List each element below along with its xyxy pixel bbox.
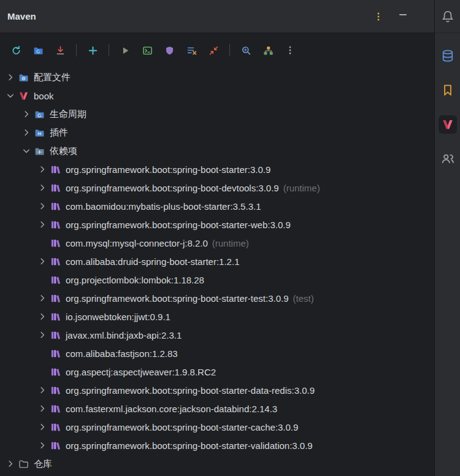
maven-panel: Maven [0,0,434,476]
chevron-down-icon[interactable] [20,146,33,156]
show-dependencies-button[interactable] [259,41,277,60]
tree-row[interactable]: 插件 [0,123,434,142]
chevron-right-icon[interactable] [36,404,49,413]
tree-row[interactable]: org.aspectj:aspectjweaver:1.9.8.RC2 [0,363,434,381]
tool-window-titlebar: Maven [0,0,434,33]
tree-row[interactable]: com.alibaba:druid-spring-boot-starter:1.… [0,252,434,271]
tree-row[interactable]: 依赖项 [0,142,434,160]
tree-row[interactable]: org.springframework.boot:spring-boot-sta… [0,381,434,399]
kebab-menu-icon [285,45,295,55]
minimize-icon [398,12,408,21]
toolbar-separator [109,44,109,56]
chevron-right-icon[interactable] [36,220,49,229]
library-icon [49,367,61,377]
stripe-icons [439,33,457,168]
tree-row[interactable]: book [0,86,434,105]
tree-row[interactable]: org.springframework.boot:spring-boot-sta… [0,436,434,455]
library-icon [49,422,61,432]
collaboration-tool-button[interactable] [439,150,457,168]
tree-row[interactable]: org.projectlombok:lombok:1.18.28 [0,271,434,289]
execute-maven-goal-button[interactable] [138,41,156,60]
tree-row[interactable]: io.jsonwebtoken:jjwt:0.9.1 [0,307,434,326]
diagram-icon [263,45,274,56]
more-options-button[interactable] [370,9,386,25]
maven-tool-window: Maven [0,0,460,476]
chevron-placeholder [36,348,49,358]
dependency-scope: (test) [293,293,314,304]
folder-plugins-icon [33,128,45,138]
titlebar-actions [370,9,411,25]
chevron-down-icon[interactable] [4,91,17,101]
search-dependencies-button[interactable] [237,41,255,60]
library-icon [49,293,61,304]
chevron-right-icon[interactable] [36,312,49,321]
tree-row[interactable]: org.springframework.boot:spring-boot-sta… [0,418,434,436]
chevron-right-icon[interactable] [36,201,49,211]
tree-row[interactable]: com.mysql:mysql-connector-j:8.2.0(runtim… [0,234,434,252]
library-icon [49,404,61,414]
tree-item-label: javax.xml.bind:jaxb-api:2.3.1 [66,330,182,340]
maven-tool-button[interactable] [439,115,457,134]
database-icon [441,49,454,63]
folder-lifecycle-icon [33,109,45,120]
tree-row[interactable]: com.alibaba:fastjson:1.2.83 [0,344,434,363]
download-sources-button[interactable] [51,41,69,60]
tree-row[interactable]: org.springframework.boot:spring-boot-sta… [0,160,434,178]
tree-item-label: 仓库 [34,458,52,470]
library-icon [49,275,61,285]
collapse-all-button[interactable] [204,41,223,60]
library-icon [49,348,61,359]
chevron-right-icon[interactable] [36,422,49,432]
chevron-right-icon[interactable] [4,459,17,469]
tree-row[interactable]: org.springframework.boot:spring-boot-sta… [0,289,434,307]
run-maven-build-button[interactable] [116,41,134,60]
tool-window-title: Maven [7,11,36,21]
more-actions-button[interactable] [281,41,299,60]
reload-icon [11,45,21,56]
chevron-right-icon[interactable] [36,440,49,450]
library-icon [49,312,61,322]
chevron-right-icon[interactable] [4,72,17,82]
notifications-button[interactable] [439,7,457,26]
reload-maven-projects-button[interactable] [7,41,25,60]
chevron-right-icon[interactable] [36,183,49,193]
tree-row[interactable]: 仓库 [0,455,434,473]
folder-dependencies-icon [33,146,45,156]
database-tool-button[interactable] [439,47,457,65]
library-icon [49,220,61,230]
users-icon [441,152,454,166]
plus-icon [88,45,98,56]
toolbar-separator [76,44,77,56]
tree-item-label: org.springframework.boot:spring-boot-sta… [66,440,313,451]
maven-icon [442,118,454,131]
bookmarks-tool-button[interactable] [439,81,457,99]
chevron-right-icon[interactable] [20,109,33,119]
tree-row[interactable]: org.springframework.boot:spring-boot-dev… [0,178,434,197]
hide-tool-window-button[interactable] [395,9,411,25]
chevron-right-icon[interactable] [36,385,49,395]
library-icon [49,238,61,248]
chevron-right-icon[interactable] [36,293,49,303]
toggle-offline-mode-button[interactable] [182,41,201,60]
generate-sources-button[interactable] [29,41,47,60]
chevron-right-icon[interactable] [36,256,49,266]
play-icon [120,45,131,56]
collapse-icon [209,45,219,56]
library-icon [49,256,61,267]
tree-row[interactable]: 生命周期 [0,105,434,123]
chevron-right-icon[interactable] [36,330,49,340]
right-tool-stripe [434,0,460,476]
tree-row[interactable]: com.fasterxml.jackson.core:jackson-datab… [0,399,434,418]
tree-row[interactable]: com.baomidou:mybatis-plus-boot-starter:3… [0,197,434,215]
library-icon [49,183,61,193]
add-maven-project-button[interactable] [83,41,102,60]
dependency-scope: (runtime) [212,238,249,248]
tree-item-label: com.alibaba:druid-spring-boot-starter:1.… [66,256,239,267]
skip-tests-button[interactable] [160,41,178,60]
chevron-right-icon[interactable] [36,164,49,174]
tree-row[interactable]: 配置文件 [0,68,434,86]
tree-row[interactable]: org.springframework.boot:spring-boot-sta… [0,215,434,234]
chevron-right-icon[interactable] [20,128,33,137]
tree-row[interactable]: javax.xml.bind:jaxb-api:2.3.1 [0,326,434,344]
toolbar-separator [229,44,230,56]
